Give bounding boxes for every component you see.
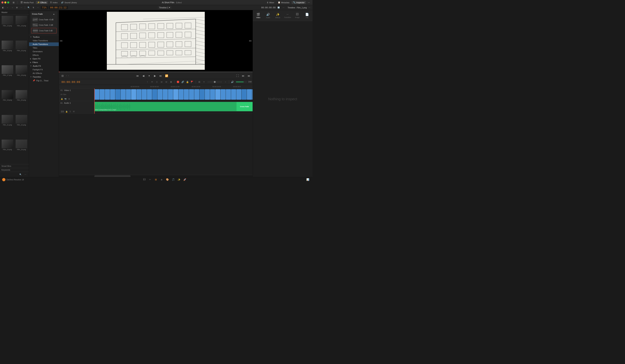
zoom-in-button[interactable]: + xyxy=(202,80,206,84)
video-clip[interactable] xyxy=(105,89,110,100)
video-clip[interactable] xyxy=(157,89,162,100)
video-track-content[interactable]: Fil... xyxy=(94,89,253,101)
list-item[interactable]: Film_15.png xyxy=(1,40,14,64)
cross-fade-collapse-button[interactable]: ▲ xyxy=(52,12,56,16)
inspector-tab-audio[interactable]: 🔊 Audio xyxy=(263,12,273,19)
tab-index[interactable]: ☰ Index xyxy=(49,1,59,4)
toolbox-item[interactable]: ▼ Toolbox xyxy=(29,35,59,39)
volume-slider[interactable] xyxy=(236,82,247,82)
bottom-nav-media[interactable]: 🎞 xyxy=(142,178,147,182)
video-clip[interactable] xyxy=(242,89,247,100)
video-clip[interactable] xyxy=(163,89,168,100)
video-clip[interactable] xyxy=(247,89,252,100)
bottom-nav-effects[interactable]: ✨ xyxy=(177,178,182,182)
preview-prev-button[interactable]: ⏮ xyxy=(60,39,62,42)
lock-track-button[interactable]: 🔒 xyxy=(61,97,63,100)
tree-item-effects[interactable]: Effects xyxy=(29,53,59,57)
camera-icon[interactable]: 📷 xyxy=(64,97,67,100)
list-item[interactable]: Film_18.png xyxy=(15,65,28,89)
video-clip[interactable] xyxy=(179,89,184,100)
zoom-slider[interactable] xyxy=(208,82,222,82)
timeline-name-display[interactable]: Timeline 1 ▾ xyxy=(158,6,172,9)
favorites-item[interactable]: ▼ Favorites xyxy=(29,75,59,79)
cross-fade-audio-clip[interactable]: Cross Fade xyxy=(236,102,253,111)
lock-button[interactable]: 🔒 xyxy=(186,80,189,84)
bottom-nav-edit[interactable]: ⊞ xyxy=(153,178,158,182)
video-clip[interactable] xyxy=(215,89,220,100)
list-item[interactable]: Film_20.png xyxy=(15,90,28,114)
grid-options-button[interactable]: ⋯ xyxy=(36,6,40,9)
more-options-button[interactable]: ⋯ xyxy=(307,0,311,4)
trim-tool-button[interactable]: ✂ xyxy=(150,80,154,84)
loop-end-button[interactable]: ⏭ xyxy=(241,74,245,78)
go-to-start-button[interactable]: ⏮ xyxy=(135,74,140,78)
video-clip[interactable] xyxy=(189,89,194,100)
media-options-button[interactable]: ⋯ xyxy=(23,173,27,176)
more-options-btn[interactable]: ⋯ xyxy=(19,6,23,9)
video-clip[interactable] xyxy=(147,89,152,100)
bottom-nav-audio[interactable]: 🎵 xyxy=(171,178,176,182)
preview-next-button[interactable]: ⏭ xyxy=(249,39,252,42)
audio-clip[interactable]: New Composition #12-1.mp3 xyxy=(94,102,253,111)
snap-toggle[interactable]: 🔴 xyxy=(176,80,180,84)
snap-button[interactable]: ⊞ xyxy=(15,6,19,9)
mute-track-button[interactable]: 🔒 xyxy=(65,110,68,113)
slide-tool-button[interactable]: ⇔ xyxy=(164,80,168,84)
video-clip[interactable] xyxy=(231,89,236,100)
performance-button[interactable]: 📊 xyxy=(305,178,310,182)
inspector-tab-effects[interactable]: ✨ Effects xyxy=(273,12,282,19)
file-options-button[interactable]: ⋯ xyxy=(308,6,312,9)
cross-fade-item-plus3[interactable]: Cross Fade +3 dB xyxy=(31,17,57,22)
settings-button[interactable]: ⋯ xyxy=(281,6,285,9)
bottom-nav-fusion[interactable]: ◈ xyxy=(159,178,164,182)
video-clip[interactable] xyxy=(152,89,157,100)
video-clip[interactable] xyxy=(99,89,105,100)
scrollbar-handle[interactable] xyxy=(94,175,131,177)
tree-item-video-transitions[interactable]: Video Transitions xyxy=(29,39,59,42)
video-clip[interactable] xyxy=(131,89,136,100)
video-clip[interactable] xyxy=(210,89,215,100)
tab-mixer[interactable]: 🎚 Mixer xyxy=(265,1,276,4)
video-clip[interactable] xyxy=(220,89,226,100)
cross-fade-item-minus3[interactable]: Cross Fade -3 dB xyxy=(31,23,57,28)
video-clip[interactable] xyxy=(110,89,115,100)
audio-track-content[interactable]: New Composition #12-1.mp3 Cross Fade xyxy=(94,101,253,114)
video-clip[interactable] xyxy=(94,89,99,100)
skip-end-button[interactable]: ⏭ xyxy=(247,74,251,78)
play-button[interactable]: ▶ xyxy=(153,74,157,78)
preview-layout-btn[interactable]: ⊟ xyxy=(61,74,65,78)
close-button[interactable] xyxy=(1,1,3,3)
search-button[interactable]: 🔍 xyxy=(27,6,31,9)
inspector-tab-transition[interactable]: ↔ Transition xyxy=(283,12,292,19)
zoom-fit-button[interactable]: ⊟ xyxy=(197,80,201,84)
solo-track-button[interactable]: S xyxy=(69,110,72,113)
list-item[interactable]: Film_22.png xyxy=(15,115,28,139)
tree-item-titles[interactable]: Titles xyxy=(29,46,59,50)
video-clip[interactable] xyxy=(126,89,131,100)
redo-button[interactable]: → xyxy=(10,6,14,9)
list-item[interactable]: Film_24.png xyxy=(15,139,28,163)
tab-inspector[interactable]: 🔧 Inspector xyxy=(292,1,306,4)
cross-fade-item-0db[interactable]: Cross Fade 0 dB xyxy=(31,28,57,33)
stop-button[interactable]: ■ xyxy=(147,74,151,78)
volume-button[interactable]: 🔊 xyxy=(230,80,235,84)
list-item[interactable]: Film_17.png xyxy=(1,65,14,89)
list-item[interactable]: Film_21.png xyxy=(1,115,14,139)
video-clip[interactable] xyxy=(121,89,126,100)
go-to-end-button[interactable]: ⏭ xyxy=(158,74,163,78)
zoom-slider-handle[interactable] xyxy=(214,81,216,83)
minimize-button[interactable] xyxy=(4,1,6,3)
tree-item-au-effects[interactable]: AU Effects xyxy=(29,71,59,75)
video-clip[interactable] xyxy=(173,89,178,100)
slip-tool-button[interactable]: ⇔ xyxy=(160,80,164,84)
window-menu-button[interactable]: ⊞ xyxy=(11,0,16,4)
sort-button[interactable]: ⇅ xyxy=(31,6,35,9)
list-item[interactable]: Film_16.png xyxy=(15,40,28,64)
marker-button[interactable]: 🚩 xyxy=(190,80,194,84)
tab-effects[interactable]: ✨ Effects xyxy=(36,1,48,4)
audio-fx-item[interactable]: ▼ Audio FX xyxy=(29,64,59,68)
video-clip[interactable] xyxy=(194,89,199,100)
link-button[interactable]: 🔗 xyxy=(181,80,185,84)
tab-media-pool[interactable]: 🎬 Media Pool xyxy=(19,1,35,4)
tab-metadata[interactable]: 📋 Metadata xyxy=(276,1,291,4)
